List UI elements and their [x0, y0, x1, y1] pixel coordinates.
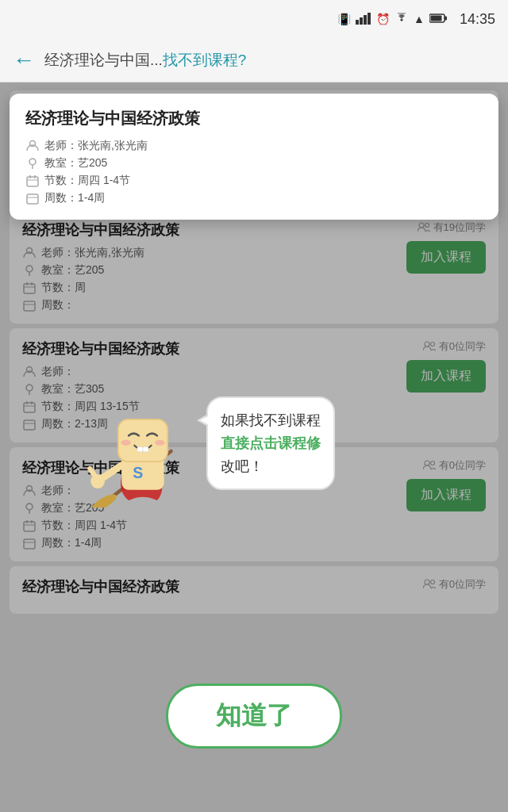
alarm-icon: ⏰	[376, 13, 390, 25]
popup-classroom-row: 教室：艺205	[25, 156, 483, 170]
popup-weeks-row: 周数：1-4周	[25, 191, 483, 205]
status-bar: 📳 ⏰ ▲ 14:35	[0, 0, 508, 38]
popup-weeks-icon	[25, 191, 40, 205]
mascot-overlay: S 如果找不到课程 直接点击课程修 改吧！	[79, 381, 335, 508]
svg-point-50	[29, 159, 36, 165]
mascot-character: S	[79, 381, 206, 508]
svg-rect-65	[143, 447, 148, 452]
svg-rect-2	[364, 15, 367, 25]
speech-highlight: 直接点击课程修	[221, 435, 321, 451]
popup-wrapper: 经济理论与中国经济政策 老师：张光南,张光南 教室：艺205 节数：周四 1-4…	[0, 87, 508, 226]
svg-rect-51	[27, 177, 38, 186]
popup-teacher-icon	[25, 139, 40, 153]
svg-rect-55	[27, 194, 38, 204]
know-button[interactable]: 知道了	[166, 684, 342, 749]
signal-bars-icon	[356, 12, 371, 27]
status-icons: 📳 ⏰ ▲	[337, 12, 447, 27]
popup-teacher-row: 老师：张光南,张光南	[25, 139, 483, 153]
svg-rect-64	[137, 447, 143, 452]
svg-point-62	[121, 440, 130, 446]
svg-text:S: S	[133, 464, 143, 481]
back-button[interactable]: ←	[13, 48, 35, 73]
popup-course-meta: 老师：张光南,张光南 教室：艺205 节数：周四 1-4节 周数：1-4周	[25, 139, 483, 205]
svg-rect-5	[444, 17, 447, 21]
popup-course-title: 经济理论与中国经济政策	[25, 108, 483, 129]
svg-rect-1	[360, 17, 363, 25]
svg-rect-3	[368, 13, 371, 25]
nav-bar: ← 经济理论与中国...找不到课程?	[0, 38, 508, 82]
signal-icon: ▲	[414, 13, 425, 25]
vibrate-icon: 📳	[337, 13, 351, 25]
svg-line-68	[90, 469, 94, 476]
svg-rect-0	[356, 20, 359, 25]
popup-calendar-icon	[25, 174, 40, 188]
wifi-icon	[394, 13, 409, 26]
svg-line-66	[101, 465, 122, 480]
svg-point-63	[155, 440, 164, 446]
popup-sessions-row: 节数：周四 1-4节	[25, 174, 483, 188]
know-btn-container: 知道了	[166, 684, 342, 749]
battery-icon	[429, 13, 447, 25]
popup-location-icon	[25, 156, 40, 170]
svg-rect-6	[430, 16, 441, 21]
popup-card: 经济理论与中国经济政策 老师：张光南,张光南 教室：艺205 节数：周四 1-4…	[10, 94, 498, 220]
speech-bubble: 如果找不到课程 直接点击课程修 改吧！	[206, 396, 335, 490]
page-title: 经济理论与中国...找不到课程?	[44, 50, 495, 71]
status-time: 14:35	[460, 11, 495, 28]
